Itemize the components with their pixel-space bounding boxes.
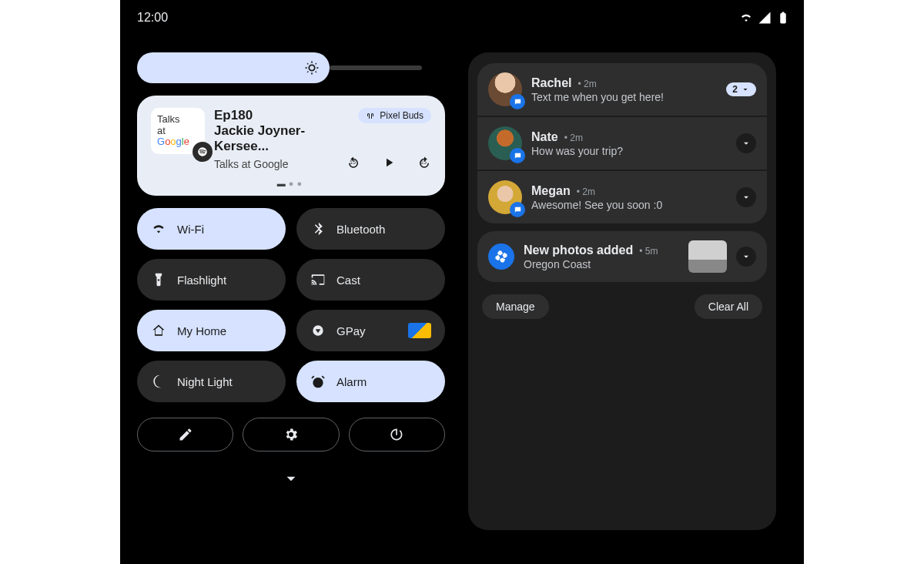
- media-source: Talks at Google: [214, 158, 289, 170]
- status-icons: [739, 11, 790, 25]
- brightness-icon: [303, 59, 320, 76]
- media-title: Jackie Joyner-Kersee...: [214, 123, 353, 154]
- earbuds-icon: [366, 111, 375, 120]
- notification-megan[interactable]: Megan• 2m Awesome! See you soon :0: [477, 171, 767, 223]
- battery-icon: [776, 11, 790, 25]
- qs-home[interactable]: My Home: [137, 310, 286, 351]
- avatar: [488, 126, 522, 160]
- conversation-group: Rachel• 2m Text me when you get here! 2 …: [477, 63, 767, 223]
- settings-button[interactable]: [243, 418, 339, 452]
- avatar: [488, 180, 522, 214]
- expand-button[interactable]: [736, 133, 756, 153]
- expand-button[interactable]: [736, 247, 756, 267]
- media-episode: Ep180: [214, 108, 353, 123]
- qs-wifi[interactable]: Wi-Fi: [137, 208, 286, 250]
- play-button[interactable]: [382, 156, 396, 173]
- quick-settings-panel: Talks at Google Ep180 Jackie Joyner-Kers…: [137, 52, 445, 530]
- media-player-card[interactable]: Talks at Google Ep180 Jackie Joyner-Kers…: [137, 96, 445, 196]
- device-frame: 12:00 Talks at Google: [120, 0, 804, 564]
- rewind-15-button[interactable]: 15: [346, 156, 360, 173]
- notification-photos[interactable]: New photos added• 5m Oregon Coast: [477, 231, 767, 282]
- media-output-chip[interactable]: Pixel Buds: [358, 108, 431, 123]
- notification-nate[interactable]: Nate• 2m How was your trip?: [477, 117, 767, 170]
- qs-cast[interactable]: Cast: [296, 259, 445, 300]
- messages-icon: [510, 148, 525, 163]
- signal-icon: [758, 11, 772, 25]
- page-indicator: ▬●●: [151, 179, 431, 188]
- clock: 12:00: [137, 11, 168, 25]
- notification-shade: Rachel• 2m Text me when you get here! 2 …: [468, 52, 776, 530]
- gpay-card-icon: [408, 323, 431, 338]
- messages-icon: [510, 94, 525, 109]
- qs-flashlight[interactable]: Flashlight: [137, 259, 286, 300]
- qs-nightlight[interactable]: Night Light: [137, 361, 286, 402]
- spotify-icon: [192, 142, 213, 162]
- qs-gpay[interactable]: GPay: [296, 310, 445, 351]
- forward-15-button[interactable]: 15: [417, 156, 431, 173]
- manage-button[interactable]: Manage: [482, 294, 549, 319]
- messages-icon: [510, 202, 525, 217]
- notification-count-chip[interactable]: 2: [726, 82, 756, 96]
- clear-all-button[interactable]: Clear All: [695, 294, 762, 319]
- photo-thumbnail: [688, 240, 727, 273]
- qs-alarm[interactable]: Alarm: [296, 361, 445, 402]
- expand-button[interactable]: [736, 187, 756, 207]
- power-button[interactable]: [349, 418, 445, 452]
- expand-panel-button[interactable]: [137, 468, 445, 492]
- wifi-icon: [739, 11, 753, 25]
- photos-icon: [488, 243, 514, 270]
- notification-rachel[interactable]: Rachel• 2m Text me when you get here! 2: [477, 63, 767, 116]
- media-album-art: Talks at Google: [151, 108, 205, 154]
- qs-bluetooth[interactable]: Bluetooth: [296, 208, 445, 250]
- avatar: [488, 72, 522, 106]
- edit-button[interactable]: [137, 418, 233, 452]
- status-bar: 12:00: [120, 0, 804, 31]
- brightness-slider[interactable]: [137, 52, 445, 83]
